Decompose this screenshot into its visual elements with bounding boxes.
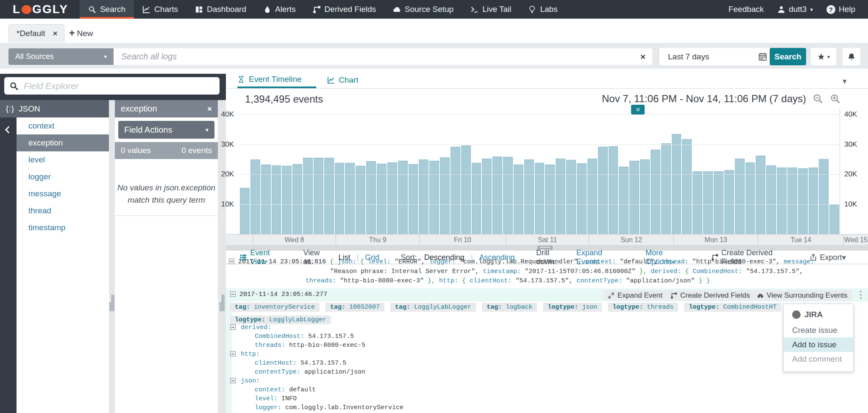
histogram-bar[interactable] bbox=[461, 145, 471, 234]
histogram-bar[interactable] bbox=[693, 171, 702, 234]
nav-item-search[interactable]: Search bbox=[80, 0, 134, 19]
export-button[interactable]: Export bbox=[810, 253, 842, 262]
close-tab-icon[interactable]: × bbox=[53, 29, 58, 38]
expand-events-button[interactable]: Expand Events bbox=[576, 248, 626, 266]
histogram-bar[interactable] bbox=[809, 167, 818, 234]
histogram-bar[interactable] bbox=[798, 168, 808, 234]
field-item-context[interactable]: context bbox=[17, 117, 109, 134]
histogram-bar[interactable] bbox=[714, 171, 723, 234]
histogram-bar[interactable] bbox=[651, 150, 660, 234]
nav-item-live-tail[interactable]: Live Tail bbox=[462, 0, 520, 19]
histogram-bar[interactable] bbox=[535, 163, 545, 234]
histogram-bar[interactable] bbox=[619, 167, 629, 234]
field-explorer-input[interactable] bbox=[23, 81, 214, 92]
tree-row-context[interactable]: context: default bbox=[230, 385, 403, 394]
timeline-collapse-icon[interactable]: ▾ bbox=[843, 76, 847, 86]
histogram-bar[interactable] bbox=[703, 171, 713, 234]
tree-row-json[interactable]: json: bbox=[230, 377, 403, 385]
view-as-list-button[interactable]: List bbox=[338, 253, 350, 262]
histogram-bar[interactable] bbox=[303, 158, 313, 234]
tree-row-derived[interactable]: derived: bbox=[230, 323, 403, 332]
tag-pill[interactable]: tag: logback bbox=[482, 303, 537, 312]
loggly-logo[interactable]: LGGLY bbox=[0, 0, 80, 19]
histogram-bar[interactable] bbox=[829, 205, 839, 234]
search-input[interactable] bbox=[114, 52, 634, 61]
histogram-bar[interactable] bbox=[356, 166, 365, 234]
tree-row-logger[interactable]: logger: com.loggly.lab.InventoryService bbox=[230, 403, 403, 412]
more-options-dropdown[interactable]: More Options▾ bbox=[645, 248, 693, 266]
nav-item-source-setup[interactable]: Source Setup bbox=[384, 0, 462, 19]
histogram-bar[interactable] bbox=[735, 159, 745, 234]
tree-row-http[interactable]: http: bbox=[230, 350, 403, 359]
create-derived-fields-button[interactable]: Create Derived Fields bbox=[711, 248, 792, 266]
nav-item-derived-fields[interactable]: Derived Fields bbox=[304, 0, 384, 19]
histogram-bar[interactable] bbox=[545, 165, 555, 234]
close-panel-icon[interactable]: × bbox=[207, 104, 212, 114]
field-item-message[interactable]: message bbox=[17, 185, 109, 202]
time-range-picker[interactable]: Last 7 days ▾ bbox=[659, 48, 780, 65]
tree-row-contentType[interactable]: contentType: application/json bbox=[230, 368, 403, 377]
histogram-bar[interactable] bbox=[661, 143, 671, 234]
histogram-bar[interactable] bbox=[556, 159, 565, 234]
tag-pill[interactable]: logtype: threads bbox=[608, 303, 678, 312]
zoom-out-icon[interactable] bbox=[812, 93, 823, 104]
histogram-bar[interactable] bbox=[746, 162, 755, 234]
expand-search-options-button[interactable] bbox=[631, 105, 645, 114]
divider-drag-handle[interactable] bbox=[220, 295, 225, 311]
histogram-bar[interactable] bbox=[314, 158, 323, 234]
histogram-bar[interactable] bbox=[766, 165, 776, 234]
tag-pill[interactable]: logtype: json bbox=[543, 303, 602, 312]
histogram-bar[interactable] bbox=[250, 159, 260, 234]
tree-row-CombinedHost[interactable]: CombinedHost: 54.173.157.5 bbox=[230, 332, 403, 341]
histogram-bar[interactable] bbox=[472, 163, 481, 234]
histogram-bar[interactable] bbox=[261, 165, 271, 234]
user-menu[interactable]: dutt3▾ bbox=[777, 5, 813, 14]
collapse-event-icon[interactable] bbox=[230, 291, 236, 297]
log-event-line[interactable]: threads: "http-bio-8080-exec-3" }, http:… bbox=[306, 277, 710, 285]
field-item-exception[interactable]: exception bbox=[17, 134, 109, 151]
histogram-bar[interactable] bbox=[492, 156, 502, 234]
tree-row-level[interactable]: level: INFO bbox=[230, 394, 403, 403]
histogram-bar[interactable] bbox=[777, 167, 787, 234]
tree-row-clientHost[interactable]: clientHost: 54.173.157.5 bbox=[230, 359, 403, 368]
nav-item-alerts[interactable]: Alerts bbox=[255, 0, 304, 19]
histogram-bar[interactable] bbox=[524, 159, 534, 234]
histogram-bar[interactable] bbox=[419, 159, 428, 234]
tag-pill[interactable]: logtype: CombinedHostHT bbox=[684, 303, 781, 312]
nav-item-charts[interactable]: Charts bbox=[134, 0, 186, 19]
tag-pill[interactable]: tag: inventoryService bbox=[230, 303, 320, 312]
histogram-bar[interactable] bbox=[598, 147, 608, 234]
clear-search-icon[interactable]: × bbox=[634, 52, 652, 62]
tab-default[interactable]: *Default × bbox=[8, 24, 64, 42]
histogram-bar[interactable] bbox=[566, 160, 576, 234]
sort-ascending-button[interactable]: Ascending bbox=[479, 253, 515, 262]
event-action-create-derived-fields[interactable]: Create Derived Fields bbox=[666, 290, 754, 301]
histogram-bar[interactable] bbox=[440, 157, 450, 234]
menu-item-add-comment[interactable]: Add comment bbox=[784, 352, 853, 366]
histogram-bar[interactable] bbox=[682, 139, 692, 234]
histogram-bar[interactable] bbox=[366, 161, 376, 234]
histogram-bar[interactable] bbox=[398, 161, 408, 234]
collapse-node-icon[interactable] bbox=[230, 324, 236, 330]
field-item-level[interactable]: level bbox=[17, 151, 109, 168]
event-timestamp[interactable]: 2017-11-14 23:05:46.277 bbox=[230, 291, 327, 298]
view-as-grid-button[interactable]: Grid bbox=[365, 253, 379, 262]
collapse-sidebar-button[interactable] bbox=[3, 125, 12, 134]
divider-drag-handle[interactable] bbox=[109, 295, 114, 311]
field-item-logger[interactable]: logger bbox=[17, 168, 109, 185]
histogram-bar[interactable] bbox=[429, 161, 439, 234]
histogram-bar[interactable] bbox=[609, 146, 618, 234]
collapse-node-icon[interactable] bbox=[230, 351, 236, 357]
tab-event-timeline[interactable]: Event Timeline bbox=[237, 72, 316, 88]
histogram-bar[interactable] bbox=[724, 170, 734, 234]
collapse-node-icon[interactable] bbox=[230, 378, 236, 383]
search-button[interactable]: Search bbox=[770, 48, 806, 65]
histogram-bar[interactable] bbox=[482, 159, 492, 234]
histogram-bar[interactable] bbox=[819, 159, 829, 234]
new-tab-button[interactable]: + New bbox=[69, 24, 93, 42]
nav-item-labs[interactable]: Labs bbox=[520, 0, 566, 19]
zoom-in-icon[interactable] bbox=[830, 93, 841, 104]
tag-pill[interactable]: tag: 10652607 bbox=[326, 303, 384, 312]
histogram-bar[interactable] bbox=[387, 162, 397, 234]
menu-item-create-issue[interactable]: Create issue bbox=[784, 323, 853, 338]
